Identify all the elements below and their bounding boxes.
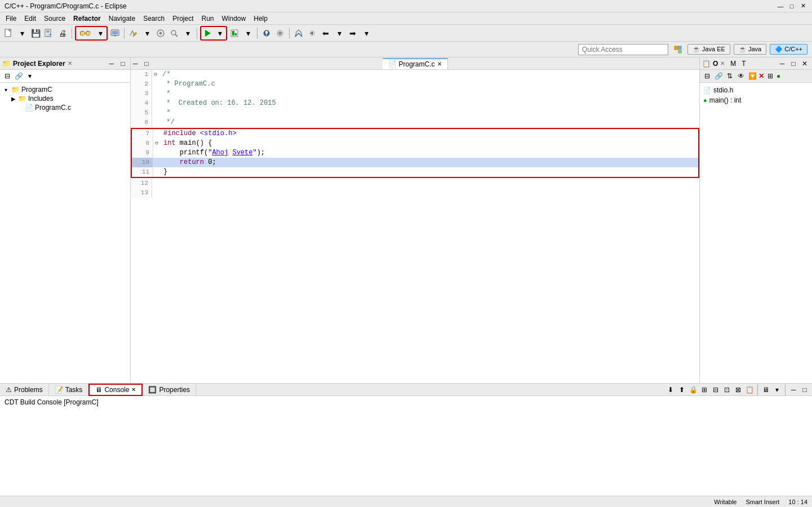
menu-help[interactable]: Help [250, 14, 271, 24]
console-btn3[interactable]: ⊡ [722, 385, 732, 395]
console-header: CDT Build Console [ProgramC] [5, 398, 807, 406]
quick-access-input[interactable] [578, 44, 668, 55]
outline-hide-btn[interactable]: 👁 [736, 71, 746, 81]
build-dropdown[interactable]: ▾ [141, 27, 153, 39]
svg-rect-31 [675, 46, 678, 50]
outline-tree: 📄 stdio.h ● main() : int [700, 83, 812, 105]
tb-btn3[interactable] [154, 27, 167, 39]
menu-project[interactable]: Project [169, 14, 197, 24]
tb-nav3-drop[interactable]: ▾ [360, 27, 372, 39]
project-explorer-tab-close-icon[interactable]: ✕ [68, 60, 72, 66]
upper-area: 📁 Project Explorer ✕ ─ □ ⊟ 🔗 ▾ ▾ [0, 57, 812, 383]
menu-source[interactable]: Source [41, 14, 69, 24]
menu-file[interactable]: File [2, 14, 20, 24]
collapse-all-button[interactable]: ⊟ [2, 71, 12, 81]
cpp-icon: 🔷 [775, 46, 783, 52]
save-all-button[interactable]: + [43, 27, 55, 39]
tb-btn4-drop[interactable]: ▾ [181, 27, 194, 39]
close-button[interactable]: ✕ [798, 2, 807, 11]
outline-collapse-btn[interactable]: ⊟ [702, 71, 712, 81]
line-num-13: 13 [131, 188, 152, 198]
minimize-panel-button[interactable]: ─ [107, 59, 117, 69]
outline-link-btn[interactable]: 🔗 [713, 71, 724, 81]
menu-window[interactable]: Window [219, 14, 250, 24]
minimize-button[interactable]: — [776, 2, 785, 11]
svg-point-18 [171, 30, 176, 35]
run-dropdown[interactable]: ▾ [214, 27, 226, 39]
tb-monitor[interactable] [109, 27, 121, 39]
maximize-button[interactable]: □ [787, 2, 796, 11]
console-tab-close-icon[interactable]: ✕ [131, 386, 136, 393]
editor-min-button[interactable]: ─ [131, 60, 140, 68]
outline-red-btn[interactable]: ✕ [758, 72, 764, 80]
tb-nav2[interactable]: ⬅ [320, 27, 332, 39]
maximize-panel-button[interactable]: □ [118, 59, 128, 69]
menu-refactor[interactable]: Refactor [70, 14, 104, 24]
coverage-button[interactable] [228, 27, 241, 39]
tree-item-programc[interactable]: ▾ 📁 ProgramC [0, 85, 130, 94]
console-btn5[interactable]: 📋 [744, 385, 755, 395]
console-display-drop[interactable]: ▾ [772, 385, 782, 395]
console-down-btn[interactable]: ⬇ [665, 385, 676, 395]
console-display-btn[interactable]: 🖥 [761, 385, 771, 395]
tab-console[interactable]: 🖥 Console ✕ [88, 384, 143, 396]
outline-close-icon[interactable]: ✕ [720, 60, 725, 66]
tab-properties[interactable]: 🔲 Properties [143, 384, 196, 396]
perspective-java[interactable]: ☕ Java [734, 44, 766, 55]
perspective-cpp[interactable]: 🔷 C/C++ [770, 44, 807, 55]
tree-item-includes[interactable]: ▶ 📁 Includes [0, 94, 130, 103]
console-maximize-btn[interactable]: □ [800, 385, 810, 395]
open-perspective-button[interactable] [672, 43, 684, 56]
console-btn2[interactable]: ⊟ [711, 385, 721, 395]
tb-nav1[interactable] [306, 27, 318, 39]
tb-nav2-drop[interactable]: ▾ [333, 27, 345, 39]
debug-button[interactable] [260, 27, 273, 39]
code-text-5: * [159, 108, 170, 118]
file-tab-close-icon[interactable]: ✕ [437, 61, 442, 67]
save-button[interactable]: 💾 [29, 27, 42, 39]
menu-navigate[interactable]: Navigate [105, 14, 139, 24]
new-button[interactable] [2, 27, 15, 39]
window-controls[interactable]: — □ ✕ [776, 2, 807, 11]
outline-item-main[interactable]: ● main() : int [700, 95, 812, 105]
console-up-btn[interactable]: ⬆ [677, 385, 687, 395]
coverage-dropdown[interactable]: ▾ [242, 27, 254, 39]
refactor-button[interactable]: R R [76, 27, 94, 39]
debug-more[interactable] [274, 27, 286, 39]
tree-menu-button[interactable]: ▾ [25, 71, 35, 81]
outline-sort-btn[interactable]: ⇅ [725, 71, 735, 81]
outline-filter-btn[interactable]: 🔽 [747, 71, 757, 81]
menu-run[interactable]: Run [198, 14, 218, 24]
tab-problems-label: Problems [14, 386, 43, 394]
quick-access-bar: ☕ Java EE ☕ Java 🔷 C/C++ [0, 42, 812, 57]
console-btn1[interactable]: ⊞ [699, 385, 709, 395]
editor-max-button[interactable]: □ [143, 60, 151, 68]
outline-minimize-button[interactable]: ─ [777, 59, 787, 69]
profile-button[interactable] [292, 27, 305, 39]
console-btn4[interactable]: ⊠ [733, 385, 743, 395]
editor-content[interactable]: 1 ⊖ /* 2 * ProgramC.c 3 * 4 * [131, 70, 699, 383]
tb-dropdown1[interactable]: ▾ [16, 27, 28, 39]
outline-item-stdio[interactable]: 📄 stdio.h [700, 85, 812, 95]
console-minimize-btn[interactable]: ─ [788, 385, 798, 395]
run-last-button[interactable] [201, 27, 214, 39]
title-bar: C/C++ - ProgramC/ProgramC.c - Eclipse — … [0, 0, 812, 12]
outline-close-button[interactable]: ✕ [800, 59, 810, 69]
tb-btn4[interactable] [168, 27, 180, 39]
code-line-7: 7 #include <stdio.h> [132, 129, 698, 139]
perspective-java-ee[interactable]: ☕ Java EE [687, 44, 730, 55]
refactor-dropdown[interactable]: ▾ [94, 27, 107, 39]
outline-maximize-button[interactable]: □ [788, 59, 798, 69]
outline-grid-btn[interactable]: ⊞ [765, 71, 775, 81]
build-button[interactable] [127, 27, 140, 39]
console-lock-btn[interactable]: 🔒 [688, 385, 698, 395]
tree-item-programcc[interactable]: 📄 ProgramC.c [0, 103, 130, 112]
link-editor-button[interactable]: 🔗 [14, 71, 24, 81]
tb-nav3[interactable]: ➡ [347, 27, 359, 39]
tab-tasks[interactable]: 📝 Tasks [49, 384, 89, 396]
menu-search[interactable]: Search [140, 14, 168, 24]
tab-problems[interactable]: ⚠ Problems [0, 384, 49, 396]
menu-edit[interactable]: Edit [21, 14, 39, 24]
print-button[interactable]: 🖨 [56, 27, 69, 39]
editor-tab-programcc[interactable]: 📄 ProgramC.c ✕ [383, 58, 448, 69]
